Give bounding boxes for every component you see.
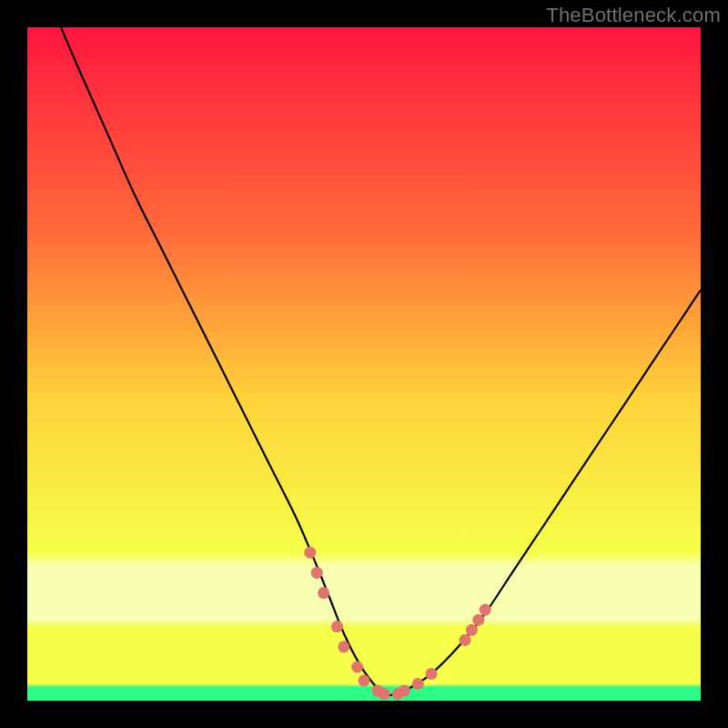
marker-point [399,684,410,696]
marker-point [351,662,363,673]
marker-point [331,621,343,632]
chart-frame [27,27,701,701]
marker-point [379,688,390,700]
marker-point [480,604,491,616]
marker-point [472,614,484,626]
marker-point [359,674,370,686]
bottleneck-chart [27,27,701,701]
marker-point [311,567,323,579]
watermark-text: TheBottleneck.com [546,4,721,27]
marker-point [412,678,424,690]
marker-point [466,624,478,636]
marker-point [460,634,471,646]
gradient-background [27,27,701,701]
marker-point [426,668,438,680]
marker-point [318,587,329,599]
marker-point [304,547,316,559]
marker-point [338,641,349,652]
